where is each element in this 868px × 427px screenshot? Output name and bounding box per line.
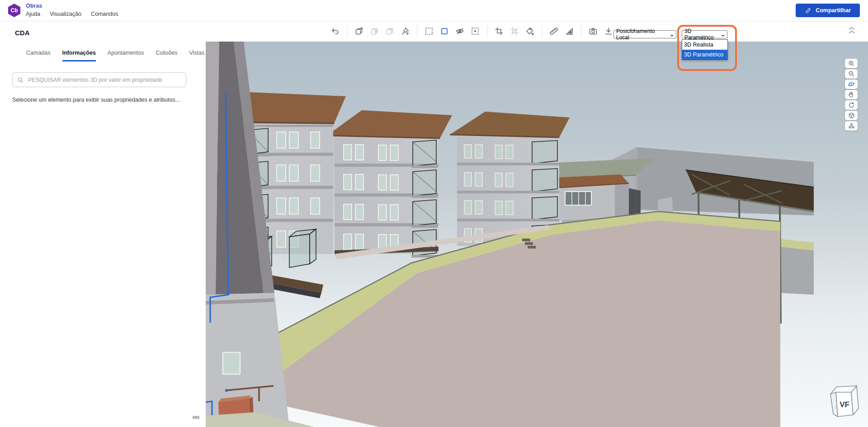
zoom-out-button[interactable] <box>845 69 858 79</box>
main-menubar: Ajuda Visualização Comandos <box>26 11 118 17</box>
search-icon <box>17 77 24 83</box>
orbit-icon <box>848 81 855 88</box>
menu-item-visualizacao[interactable]: Visualização <box>50 11 81 17</box>
toolbar-icons <box>330 21 637 42</box>
chevron-down-icon: ⌄ <box>669 32 675 37</box>
top-header-bar: Cb Obras Ajuda Visualização Comandos Com… <box>0 0 868 21</box>
toolbar-divider <box>487 25 487 37</box>
toolbar-divider <box>417 25 417 37</box>
download-icon[interactable] <box>604 27 613 36</box>
zoom-in-icon <box>848 60 855 67</box>
set-square-icon[interactable] <box>565 27 574 36</box>
undo-icon[interactable] <box>330 27 340 36</box>
position-mode-select[interactable]: Posicionamento Local ⌄ <box>613 30 676 38</box>
sidebar-collapse-button[interactable]: «« <box>192 413 199 422</box>
building-b <box>327 110 452 258</box>
viewport-nav-toolbar <box>845 59 858 131</box>
properties-sidebar: CDA Camadas Informações Apontamentos Col… <box>0 21 206 427</box>
sidebar-tabs: Camadas Informações Apontamentos Colisõe… <box>26 50 204 61</box>
render-mode-dropdown-list: 3D Realista 3D Paramétrico <box>682 39 728 60</box>
search-box <box>12 72 186 87</box>
marquee-select-icon[interactable] <box>425 27 434 36</box>
toolbar-divider <box>542 25 542 37</box>
empty-state-message: Selecione um elemento para exibir suas p… <box>12 97 180 103</box>
share-button[interactable]: Compartilhar <box>796 4 860 17</box>
toolbar-divider <box>581 25 581 37</box>
dropdown-option-3d-realista[interactable]: 3D Realista <box>682 40 727 50</box>
position-mode-value: Posicionamento Local <box>616 28 667 41</box>
snapshot-add-icon[interactable] <box>354 27 363 36</box>
render-mode-value: 3D Paramétrico <box>684 28 718 41</box>
hide-element-icon[interactable] <box>455 27 464 36</box>
pan-button[interactable] <box>845 90 858 99</box>
share-button-label: Compartilhar <box>816 7 851 14</box>
tag-icon[interactable] <box>525 27 534 36</box>
cluster-button[interactable] <box>845 121 858 131</box>
zoom-in-button[interactable] <box>845 59 858 68</box>
application-window: Cb Obras Ajuda Visualização Comandos Com… <box>0 0 868 427</box>
dropdown-option-3d-parametrico[interactable]: 3D Paramétrico <box>682 50 727 60</box>
tab-colisoes[interactable]: Colisões <box>156 50 177 61</box>
rotate-button[interactable] <box>845 100 858 110</box>
small-house <box>546 174 641 221</box>
snapshot-visibility-icon[interactable] <box>385 27 394 36</box>
cube-view-button[interactable] <box>845 111 858 120</box>
box-select-icon[interactable] <box>440 27 449 36</box>
toolbar-divider <box>347 25 347 37</box>
app-logo[interactable]: Cb <box>8 4 20 17</box>
render-mode-select[interactable]: 3D Paramétrico ⌄ <box>682 30 727 38</box>
pan-hand-icon <box>848 91 854 98</box>
viewport-3d-canvas[interactable]: .glass{fill:rgba(172,198,188,.45);stroke… <box>206 42 868 427</box>
model-title: CDA <box>15 29 30 37</box>
toolbar-collapse-button[interactable] <box>848 26 856 36</box>
crop-icon[interactable] <box>495 27 504 36</box>
viewer-toolbar: Posicionamento Local ⌄ 3D Paramétrico ⌄ <box>206 21 868 42</box>
rotate-icon <box>848 102 855 108</box>
orbit-button[interactable] <box>845 80 858 89</box>
menu-item-comandos[interactable]: Comandos <box>91 11 118 17</box>
tab-camadas[interactable]: Camadas <box>26 50 51 61</box>
scene-3d: .glass{fill:rgba(172,198,188,.45);stroke… <box>206 42 868 427</box>
camera-icon[interactable] <box>589 27 598 36</box>
show-hidden-selection-icon[interactable] <box>471 27 480 36</box>
tab-vistas[interactable]: Vistas <box>189 50 204 61</box>
crop-disabled-icon[interactable] <box>510 27 519 36</box>
app-title: Obras <box>26 3 42 9</box>
cube-icon <box>848 112 855 119</box>
chevron-down-icon: ⌄ <box>720 32 726 37</box>
app-logo-text: Cb <box>11 7 18 14</box>
menu-item-ajuda[interactable]: Ajuda <box>26 11 40 17</box>
view-cube[interactable]: VF VF <box>821 382 862 424</box>
link-icon <box>805 7 811 14</box>
cluster-icon <box>848 122 855 129</box>
zoom-out-icon <box>848 70 855 77</box>
tab-apontamentos[interactable]: Apontamentos <box>108 50 144 61</box>
snapshot-edit-icon[interactable] <box>370 27 379 36</box>
search-input[interactable] <box>27 76 181 84</box>
pin-icon[interactable] <box>401 27 410 36</box>
view-cube-label: VF <box>840 400 849 409</box>
tab-informacoes[interactable]: Informações <box>62 50 96 61</box>
ruler-icon[interactable] <box>549 27 558 36</box>
